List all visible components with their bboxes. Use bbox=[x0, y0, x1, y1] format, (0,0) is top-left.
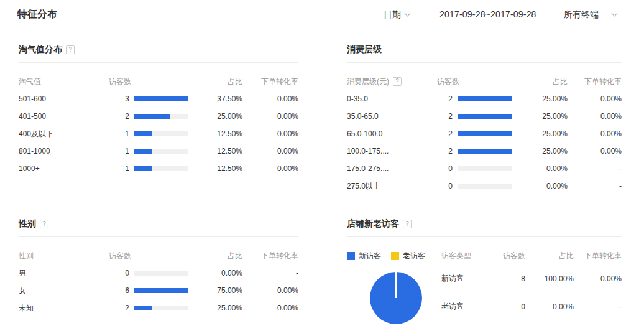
panel-title-row: 性别? bbox=[19, 218, 298, 237]
column-header: 消费层级(元)? bbox=[347, 77, 434, 87]
table-row: 801-1000 1 12.50% 0.00% bbox=[19, 142, 298, 160]
visitor-count: 2 bbox=[434, 112, 453, 121]
bar-track bbox=[134, 131, 188, 136]
conversion-value: 0.00% bbox=[242, 286, 298, 295]
column-header-text: 消费层级(元) bbox=[347, 77, 389, 86]
column-header: 访客数 bbox=[434, 77, 520, 87]
visitor-count: 2 bbox=[434, 147, 453, 156]
bar-track bbox=[134, 149, 188, 154]
row-label: 801-1000 bbox=[19, 147, 106, 156]
row-label: 35.0-65.0 bbox=[347, 112, 434, 121]
row-label: 275.0以上 bbox=[347, 181, 434, 192]
visitor-count: 1 bbox=[106, 129, 129, 138]
bar-cell bbox=[453, 114, 520, 119]
page-title: 特征分布 bbox=[17, 8, 57, 21]
column-header: 占比 bbox=[198, 251, 242, 261]
share-value: 0.00% bbox=[198, 269, 242, 278]
visitor-count: 1 bbox=[106, 164, 129, 173]
bar-fill bbox=[458, 114, 512, 119]
panel-title: 淘气值分布 bbox=[19, 44, 62, 54]
table-row: 0-35.0 2 25.00% 0.00% bbox=[347, 90, 622, 108]
table-header: 消费层级(元)? 访客数 占比 下单转化率 bbox=[347, 63, 622, 90]
share-value: 100.00% bbox=[525, 274, 574, 283]
conversion-value: 0.00% bbox=[242, 112, 298, 121]
panel-consumption-level: 消费层级 消费层级(元)? 访客数 占比 下单转化率 0-35.0 2 25.0… bbox=[347, 44, 622, 195]
row-label: 1000+ bbox=[19, 164, 106, 173]
conversion-value: 0.00% bbox=[574, 274, 622, 283]
bar-cell bbox=[129, 271, 198, 276]
bar-cell bbox=[129, 96, 198, 101]
bar-fill bbox=[134, 306, 152, 310]
share-value: 25.00% bbox=[520, 147, 568, 156]
share-value: 12.50% bbox=[198, 164, 242, 173]
bar-cell bbox=[129, 149, 198, 154]
table-row: 501-600 3 37.50% 0.00% bbox=[19, 90, 298, 108]
row-label: 401-500 bbox=[19, 112, 106, 121]
conversion-value: - bbox=[242, 269, 298, 278]
bar-track bbox=[134, 166, 188, 171]
visitor-count: 2 bbox=[434, 129, 453, 138]
bar-track bbox=[134, 114, 188, 119]
column-header: 访客数 bbox=[106, 77, 198, 87]
bar-cell bbox=[129, 288, 198, 293]
table-header: 淘气值 访客数 占比 下单转化率 bbox=[19, 63, 298, 90]
column-header: 占比 bbox=[198, 77, 242, 87]
pie-legend: 新访客 老访客 bbox=[347, 251, 441, 261]
table-row: 女 6 75.00% 0.00% bbox=[19, 282, 298, 299]
share-value: 25.00% bbox=[520, 112, 568, 121]
share-value: 0.00% bbox=[525, 302, 574, 311]
bar-fill bbox=[134, 149, 152, 154]
bar-track bbox=[134, 288, 188, 293]
bar-cell bbox=[453, 184, 520, 189]
row-label: 新访客 bbox=[441, 273, 497, 284]
share-value: 25.00% bbox=[520, 95, 568, 103]
conversion-value: 0.00% bbox=[242, 129, 298, 138]
visitor-count: 0 bbox=[497, 302, 525, 311]
bar-fill bbox=[134, 131, 152, 136]
panel-taoqi-value: 淘气值分布? 淘气值 访客数 占比 下单转化率 501-600 3 37.50%… bbox=[19, 44, 298, 177]
table-row: 275.0以上 0 0.00% - bbox=[347, 177, 622, 195]
column-header: 访客数 bbox=[106, 251, 198, 261]
conversion-value: 0.00% bbox=[568, 129, 622, 138]
row-label: 老访客 bbox=[441, 301, 497, 312]
legend-item-new-visitor[interactable]: 新访客 bbox=[347, 251, 381, 261]
row-label: 男 bbox=[19, 268, 106, 279]
bar-track bbox=[458, 131, 512, 136]
date-mode-dropdown[interactable]: 日期 bbox=[384, 9, 410, 21]
help-icon[interactable]: ? bbox=[66, 45, 75, 54]
table-row: 未知 2 25.00% 0.00% bbox=[19, 299, 298, 317]
share-value: 75.00% bbox=[198, 286, 242, 295]
column-header: 访客类型 bbox=[441, 251, 497, 261]
legend-label: 老访客 bbox=[403, 251, 425, 261]
conversion-value: 0.00% bbox=[242, 147, 298, 156]
table-row: 401-500 2 25.00% 0.00% bbox=[19, 108, 298, 125]
help-icon[interactable]: ? bbox=[403, 220, 412, 228]
legend-item-old-visitor[interactable]: 老访客 bbox=[391, 251, 425, 261]
conversion-value: 0.00% bbox=[568, 112, 622, 121]
panel-title-row: 淘气值分布? bbox=[19, 44, 298, 63]
table-row: 65.0-100.0 2 25.00% 0.00% bbox=[347, 125, 622, 142]
panel-title-row: 店铺新老访客? bbox=[347, 218, 622, 237]
date-range-picker[interactable]: 2017-09-28~2017-09-28 bbox=[439, 9, 536, 19]
bar-cell bbox=[453, 96, 520, 101]
column-header: 下单转化率 bbox=[242, 251, 298, 261]
share-value: 0.00% bbox=[520, 182, 568, 190]
pie-table-body: 新访客 8 100.00% 0.00% 老访客 0 0.00% - bbox=[347, 264, 622, 320]
bar-cell bbox=[129, 114, 198, 119]
bar-track bbox=[458, 96, 512, 101]
bar-track bbox=[134, 96, 188, 101]
column-header: 下单转化率 bbox=[242, 77, 298, 87]
terminal-label: 所有终端 bbox=[564, 9, 599, 19]
table-header: 新访客 老访客 访客类型 访客数 占比 下单转化率 bbox=[347, 237, 622, 264]
terminal-dropdown[interactable]: 所有终端 bbox=[564, 9, 617, 21]
visitor-count: 6 bbox=[106, 286, 129, 295]
help-icon[interactable]: ? bbox=[393, 77, 402, 86]
pie-slice-divider bbox=[395, 272, 397, 298]
bar-fill bbox=[134, 114, 170, 119]
column-header: 下单转化率 bbox=[574, 251, 622, 261]
chevron-down-icon bbox=[612, 11, 618, 17]
help-icon[interactable]: ? bbox=[40, 220, 48, 228]
bar-track bbox=[458, 184, 512, 189]
column-header: 占比 bbox=[520, 77, 568, 87]
share-value: 37.50% bbox=[198, 95, 242, 103]
